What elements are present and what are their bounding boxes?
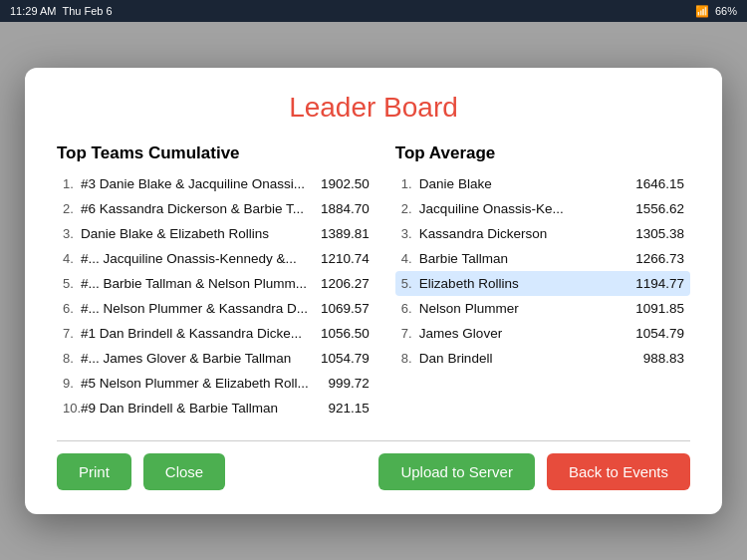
- row-score: 1305.38: [629, 226, 684, 241]
- modal-title: Leader Board: [57, 92, 690, 124]
- leaderboard-content: Top Teams Cumulative 1. #3 Danie Blake &…: [57, 143, 690, 420]
- row-score: 1389.81: [315, 226, 370, 241]
- top-average-list: 1. Danie Blake 1646.15 2. Jacquiline Ona…: [395, 171, 690, 371]
- wifi-icon: 📶: [695, 5, 709, 18]
- row-score: 1902.50: [315, 176, 370, 191]
- row-rank: 2.: [63, 201, 81, 216]
- row-rank: 6.: [63, 301, 81, 316]
- row-rank: 3.: [401, 226, 419, 241]
- close-button[interactable]: Close: [143, 453, 225, 490]
- row-rank: 2.: [401, 201, 419, 216]
- row-name: Nelson Plummer: [419, 301, 629, 316]
- row-rank: 7.: [401, 326, 419, 341]
- row-score: 1056.50: [315, 326, 370, 341]
- table-row: 3. Kassandra Dickerson 1305.38: [395, 221, 690, 246]
- row-score: 999.72: [315, 376, 370, 391]
- row-name: #6 Kassandra Dickerson & Barbie T...: [81, 201, 315, 216]
- row-rank: 4.: [63, 251, 81, 266]
- row-score: 1210.74: [315, 251, 370, 266]
- row-name: #3 Danie Blake & Jacquiline Onassi...: [81, 176, 315, 191]
- table-row: 6. #... Nelson Plummer & Kassandra D... …: [57, 296, 375, 321]
- table-row: 7. James Glover 1054.79: [395, 321, 690, 346]
- table-row: 2. Jacquiline Onassis-Ke... 1556.62: [395, 196, 690, 221]
- row-score: 1206.27: [315, 276, 370, 291]
- row-score: 988.83: [629, 351, 684, 366]
- table-row: 5. Elizabeth Rollins 1194.77: [395, 271, 690, 296]
- row-score: 1884.70: [315, 201, 370, 216]
- table-row: 8. #... James Glover & Barbie Tallman 10…: [57, 346, 375, 371]
- modal-footer: Print Close Upload to Server Back to Eve…: [57, 453, 690, 490]
- row-score: 1556.62: [629, 201, 684, 216]
- leaderboard-modal: Leader Board Top Teams Cumulative 1. #3 …: [25, 68, 722, 514]
- table-row: 10. #9 Dan Brindell & Barbie Tallman 921…: [57, 396, 375, 420]
- row-name: #... Barbie Tallman & Nelson Plumm...: [81, 276, 315, 291]
- row-name: #... Nelson Plummer & Kassandra D...: [81, 301, 315, 316]
- modal-overlay: Leader Board Top Teams Cumulative 1. #3 …: [0, 22, 747, 560]
- upload-button[interactable]: Upload to Server: [378, 453, 535, 490]
- row-rank: 1.: [63, 176, 81, 191]
- battery-level: 66%: [715, 5, 737, 17]
- table-row: 4. Barbie Tallman 1266.73: [395, 246, 690, 271]
- row-score: 1054.79: [629, 326, 684, 341]
- row-score: 1069.57: [315, 301, 370, 316]
- row-name: Jacquiline Onassis-Ke...: [419, 201, 629, 216]
- row-name: Barbie Tallman: [419, 251, 629, 266]
- row-name: #... James Glover & Barbie Tallman: [81, 351, 315, 366]
- row-rank: 9.: [63, 376, 81, 391]
- row-name: Elizabeth Rollins: [419, 276, 629, 291]
- row-rank: 5.: [401, 276, 419, 291]
- back-to-events-button[interactable]: Back to Events: [547, 453, 690, 490]
- divider: [57, 440, 690, 441]
- row-name: James Glover: [419, 326, 629, 341]
- row-name: Kassandra Dickerson: [419, 226, 629, 241]
- row-name: Danie Blake & Elizabeth Rollins: [81, 226, 315, 241]
- row-name: Dan Brindell: [419, 351, 629, 366]
- footer-right-buttons: Upload to Server Back to Events: [378, 453, 690, 490]
- top-teams-list: 1. #3 Danie Blake & Jacquiline Onassi...…: [57, 171, 375, 420]
- top-average-title: Top Average: [395, 143, 690, 163]
- row-score: 1266.73: [629, 251, 684, 266]
- footer-left-buttons: Print Close: [57, 453, 225, 490]
- row-rank: 7.: [63, 326, 81, 341]
- print-button[interactable]: Print: [57, 453, 131, 490]
- row-score: 1054.79: [315, 351, 370, 366]
- table-row: 9. #5 Nelson Plummer & Elizabeth Roll...…: [57, 371, 375, 396]
- top-teams-title: Top Teams Cumulative: [57, 143, 375, 163]
- row-rank: 4.: [401, 251, 419, 266]
- row-name: #... Jacquiline Onassis-Kennedy &...: [81, 251, 315, 266]
- top-teams-section: Top Teams Cumulative 1. #3 Danie Blake &…: [57, 143, 375, 420]
- row-rank: 3.: [63, 226, 81, 241]
- row-rank: 5.: [63, 276, 81, 291]
- row-score: 1646.15: [629, 176, 684, 191]
- top-average-section: Top Average 1. Danie Blake 1646.15 2. Ja…: [395, 143, 690, 420]
- table-row: 3. Danie Blake & Elizabeth Rollins 1389.…: [57, 221, 375, 246]
- row-rank: 8.: [401, 351, 419, 366]
- row-name: #5 Nelson Plummer & Elizabeth Roll...: [81, 376, 315, 391]
- table-row: 1. Danie Blake 1646.15: [395, 171, 690, 196]
- row-rank: 10.: [63, 401, 81, 416]
- table-row: 6. Nelson Plummer 1091.85: [395, 296, 690, 321]
- row-name: Danie Blake: [419, 176, 629, 191]
- row-rank: 6.: [401, 301, 419, 316]
- table-row: 2. #6 Kassandra Dickerson & Barbie T... …: [57, 196, 375, 221]
- row-rank: 8.: [63, 351, 81, 366]
- row-score: 1091.85: [629, 301, 684, 316]
- table-row: 5. #... Barbie Tallman & Nelson Plumm...…: [57, 271, 375, 296]
- table-row: 4. #... Jacquiline Onassis-Kennedy &... …: [57, 246, 375, 271]
- status-day: Thu Feb 6: [62, 5, 112, 17]
- row-name: #1 Dan Brindell & Kassandra Dicke...: [81, 326, 315, 341]
- status-time: 11:29 AM: [10, 5, 56, 17]
- row-score: 1194.77: [629, 276, 684, 291]
- table-row: 8. Dan Brindell 988.83: [395, 346, 690, 371]
- table-row: 7. #1 Dan Brindell & Kassandra Dicke... …: [57, 321, 375, 346]
- row-name: #9 Dan Brindell & Barbie Tallman: [81, 401, 315, 416]
- row-score: 921.15: [315, 401, 370, 416]
- status-bar: 11:29 AM Thu Feb 6 📶 66%: [0, 0, 747, 22]
- row-rank: 1.: [401, 176, 419, 191]
- table-row: 1. #3 Danie Blake & Jacquiline Onassi...…: [57, 171, 375, 196]
